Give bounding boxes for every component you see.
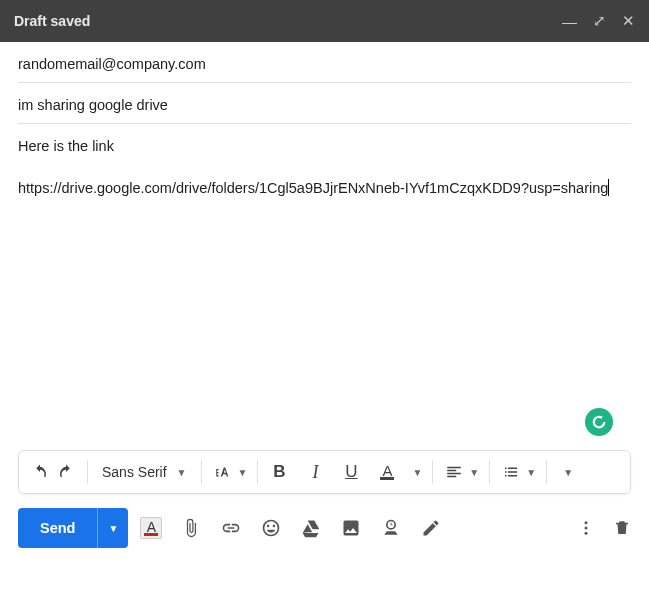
body-text-line: Here is the link — [18, 138, 631, 154]
attach-icon[interactable] — [180, 517, 202, 539]
more-format-button[interactable]: ▼ — [557, 458, 579, 486]
svg-point-0 — [585, 521, 588, 524]
compose-bottom-bar: Send ▼ A — [0, 494, 649, 548]
compose-titlebar: Draft saved — ⤢ ✕ — [0, 0, 649, 42]
image-icon[interactable] — [340, 517, 362, 539]
text-color-button[interactable]: A — [376, 458, 398, 486]
send-more-button[interactable]: ▼ — [97, 508, 128, 548]
chevron-down-icon: ▼ — [108, 523, 118, 534]
drive-icon[interactable] — [300, 517, 322, 539]
redo-button[interactable] — [55, 458, 77, 486]
compose-body[interactable]: Here is the link https://drive.google.co… — [0, 124, 649, 444]
body-url: https://drive.google.com/drive/folders/1… — [18, 178, 631, 200]
chevron-down-icon: ▼ — [177, 467, 187, 478]
compose-title: Draft saved — [14, 13, 90, 29]
chevron-down-icon: ▼ — [469, 467, 479, 478]
underline-button[interactable]: U — [340, 458, 362, 486]
svg-point-2 — [585, 532, 588, 535]
grammarly-fab[interactable] — [585, 408, 613, 436]
svg-point-1 — [585, 527, 588, 530]
schedule-icon[interactable] — [380, 517, 402, 539]
close-icon[interactable]: ✕ — [622, 12, 635, 30]
emoji-icon[interactable] — [260, 517, 282, 539]
chevron-down-icon: ▼ — [412, 467, 422, 478]
undo-button[interactable] — [29, 458, 51, 486]
compose-tools: A — [140, 517, 442, 539]
trash-icon[interactable] — [613, 519, 631, 537]
subject-field[interactable]: im sharing google drive — [18, 83, 631, 124]
format-toolbar: Sans Serif ▼ ▼ B I U A ▼ ▼ ▼ ▼ — [18, 450, 631, 494]
text-cursor — [608, 179, 609, 196]
send-button[interactable]: Send — [18, 508, 97, 548]
bold-button[interactable]: B — [268, 458, 290, 486]
minimize-icon[interactable]: — — [562, 13, 577, 30]
expand-icon[interactable]: ⤢ — [593, 12, 606, 30]
align-button[interactable] — [443, 458, 465, 486]
chevron-down-icon: ▼ — [238, 467, 248, 478]
more-icon[interactable] — [577, 519, 595, 537]
formatting-toggle[interactable]: A — [140, 517, 162, 539]
compose-fields: randomemail@company.com im sharing googl… — [0, 42, 649, 124]
pen-icon[interactable] — [420, 517, 442, 539]
italic-button[interactable]: I — [304, 458, 326, 486]
link-icon[interactable] — [220, 517, 242, 539]
list-button[interactable] — [500, 458, 522, 486]
compose-right-tools — [577, 519, 631, 537]
font-size-button[interactable] — [212, 458, 234, 486]
font-family-select[interactable]: Sans Serif ▼ — [98, 464, 191, 480]
titlebar-actions: — ⤢ ✕ — [562, 12, 635, 30]
send-button-group: Send ▼ — [18, 508, 128, 548]
chevron-down-icon: ▼ — [526, 467, 536, 478]
to-field[interactable]: randomemail@company.com — [18, 42, 631, 83]
